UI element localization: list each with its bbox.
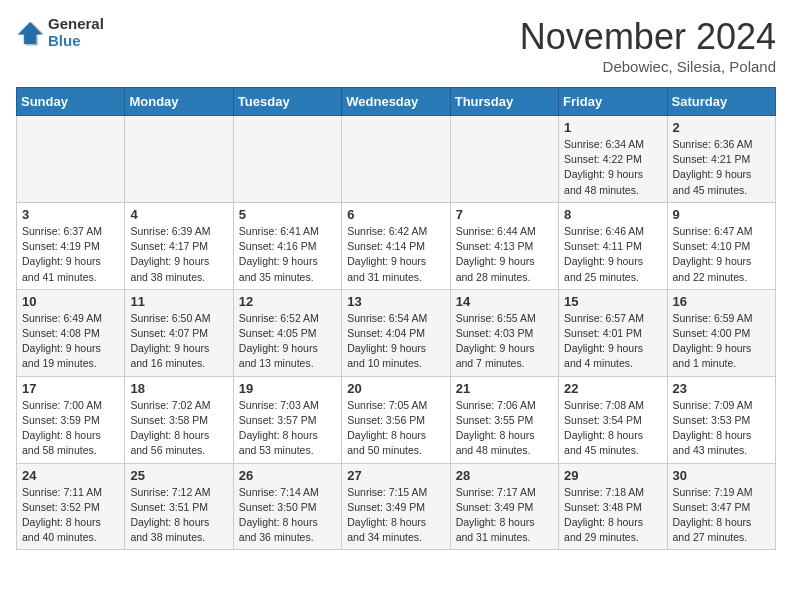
day-header-saturday: Saturday xyxy=(667,88,775,116)
calendar-day-cell xyxy=(125,116,233,203)
calendar-day-cell: 16Sunrise: 6:59 AM Sunset: 4:00 PM Dayli… xyxy=(667,289,775,376)
calendar-header-row: SundayMondayTuesdayWednesdayThursdayFrid… xyxy=(17,88,776,116)
calendar-day-cell: 6Sunrise: 6:42 AM Sunset: 4:14 PM Daylig… xyxy=(342,202,450,289)
day-info: Sunrise: 7:19 AM Sunset: 3:47 PM Dayligh… xyxy=(673,485,770,546)
day-number: 16 xyxy=(673,294,770,309)
calendar-week-row: 17Sunrise: 7:00 AM Sunset: 3:59 PM Dayli… xyxy=(17,376,776,463)
calendar-day-cell: 4Sunrise: 6:39 AM Sunset: 4:17 PM Daylig… xyxy=(125,202,233,289)
calendar-day-cell xyxy=(233,116,341,203)
day-number: 14 xyxy=(456,294,553,309)
day-info: Sunrise: 6:49 AM Sunset: 4:08 PM Dayligh… xyxy=(22,311,119,372)
day-info: Sunrise: 6:50 AM Sunset: 4:07 PM Dayligh… xyxy=(130,311,227,372)
calendar-day-cell: 5Sunrise: 6:41 AM Sunset: 4:16 PM Daylig… xyxy=(233,202,341,289)
calendar-day-cell xyxy=(342,116,450,203)
day-number: 28 xyxy=(456,468,553,483)
calendar-day-cell: 19Sunrise: 7:03 AM Sunset: 3:57 PM Dayli… xyxy=(233,376,341,463)
day-header-tuesday: Tuesday xyxy=(233,88,341,116)
day-number: 20 xyxy=(347,381,444,396)
day-number: 24 xyxy=(22,468,119,483)
day-number: 3 xyxy=(22,207,119,222)
day-header-friday: Friday xyxy=(559,88,667,116)
title-block: November 2024 Debowiec, Silesia, Poland xyxy=(520,16,776,75)
location: Debowiec, Silesia, Poland xyxy=(520,58,776,75)
calendar-day-cell xyxy=(450,116,558,203)
day-info: Sunrise: 6:47 AM Sunset: 4:10 PM Dayligh… xyxy=(673,224,770,285)
day-number: 29 xyxy=(564,468,661,483)
day-info: Sunrise: 6:42 AM Sunset: 4:14 PM Dayligh… xyxy=(347,224,444,285)
calendar-table: SundayMondayTuesdayWednesdayThursdayFrid… xyxy=(16,87,776,550)
month-title: November 2024 xyxy=(520,16,776,58)
day-number: 27 xyxy=(347,468,444,483)
day-info: Sunrise: 7:03 AM Sunset: 3:57 PM Dayligh… xyxy=(239,398,336,459)
calendar-day-cell: 11Sunrise: 6:50 AM Sunset: 4:07 PM Dayli… xyxy=(125,289,233,376)
calendar-day-cell: 1Sunrise: 6:34 AM Sunset: 4:22 PM Daylig… xyxy=(559,116,667,203)
calendar-day-cell: 10Sunrise: 6:49 AM Sunset: 4:08 PM Dayli… xyxy=(17,289,125,376)
day-header-wednesday: Wednesday xyxy=(342,88,450,116)
calendar-day-cell: 30Sunrise: 7:19 AM Sunset: 3:47 PM Dayli… xyxy=(667,463,775,550)
day-info: Sunrise: 7:08 AM Sunset: 3:54 PM Dayligh… xyxy=(564,398,661,459)
calendar-day-cell: 22Sunrise: 7:08 AM Sunset: 3:54 PM Dayli… xyxy=(559,376,667,463)
logo-blue: Blue xyxy=(48,33,104,50)
day-info: Sunrise: 6:34 AM Sunset: 4:22 PM Dayligh… xyxy=(564,137,661,198)
day-number: 1 xyxy=(564,120,661,135)
day-info: Sunrise: 7:09 AM Sunset: 3:53 PM Dayligh… xyxy=(673,398,770,459)
calendar-day-cell: 26Sunrise: 7:14 AM Sunset: 3:50 PM Dayli… xyxy=(233,463,341,550)
day-info: Sunrise: 7:15 AM Sunset: 3:49 PM Dayligh… xyxy=(347,485,444,546)
logo-general: General xyxy=(48,16,104,33)
day-info: Sunrise: 7:11 AM Sunset: 3:52 PM Dayligh… xyxy=(22,485,119,546)
day-number: 4 xyxy=(130,207,227,222)
day-header-thursday: Thursday xyxy=(450,88,558,116)
calendar-day-cell: 28Sunrise: 7:17 AM Sunset: 3:49 PM Dayli… xyxy=(450,463,558,550)
day-info: Sunrise: 7:05 AM Sunset: 3:56 PM Dayligh… xyxy=(347,398,444,459)
day-number: 6 xyxy=(347,207,444,222)
calendar-day-cell: 12Sunrise: 6:52 AM Sunset: 4:05 PM Dayli… xyxy=(233,289,341,376)
calendar-day-cell: 15Sunrise: 6:57 AM Sunset: 4:01 PM Dayli… xyxy=(559,289,667,376)
calendar-day-cell: 24Sunrise: 7:11 AM Sunset: 3:52 PM Dayli… xyxy=(17,463,125,550)
calendar-day-cell: 8Sunrise: 6:46 AM Sunset: 4:11 PM Daylig… xyxy=(559,202,667,289)
calendar-day-cell xyxy=(17,116,125,203)
day-number: 18 xyxy=(130,381,227,396)
calendar-day-cell: 13Sunrise: 6:54 AM Sunset: 4:04 PM Dayli… xyxy=(342,289,450,376)
logo-icon xyxy=(16,19,44,47)
day-info: Sunrise: 6:37 AM Sunset: 4:19 PM Dayligh… xyxy=(22,224,119,285)
day-info: Sunrise: 6:36 AM Sunset: 4:21 PM Dayligh… xyxy=(673,137,770,198)
calendar-week-row: 3Sunrise: 6:37 AM Sunset: 4:19 PM Daylig… xyxy=(17,202,776,289)
calendar-week-row: 1Sunrise: 6:34 AM Sunset: 4:22 PM Daylig… xyxy=(17,116,776,203)
day-number: 30 xyxy=(673,468,770,483)
calendar-day-cell: 29Sunrise: 7:18 AM Sunset: 3:48 PM Dayli… xyxy=(559,463,667,550)
day-info: Sunrise: 6:55 AM Sunset: 4:03 PM Dayligh… xyxy=(456,311,553,372)
day-number: 12 xyxy=(239,294,336,309)
day-header-sunday: Sunday xyxy=(17,88,125,116)
day-number: 13 xyxy=(347,294,444,309)
day-info: Sunrise: 7:02 AM Sunset: 3:58 PM Dayligh… xyxy=(130,398,227,459)
day-info: Sunrise: 7:00 AM Sunset: 3:59 PM Dayligh… xyxy=(22,398,119,459)
svg-marker-1 xyxy=(19,22,44,45)
calendar-day-cell: 23Sunrise: 7:09 AM Sunset: 3:53 PM Dayli… xyxy=(667,376,775,463)
day-number: 21 xyxy=(456,381,553,396)
logo: General Blue xyxy=(16,16,104,49)
calendar-day-cell: 20Sunrise: 7:05 AM Sunset: 3:56 PM Dayli… xyxy=(342,376,450,463)
day-info: Sunrise: 6:57 AM Sunset: 4:01 PM Dayligh… xyxy=(564,311,661,372)
day-header-monday: Monday xyxy=(125,88,233,116)
calendar-day-cell: 18Sunrise: 7:02 AM Sunset: 3:58 PM Dayli… xyxy=(125,376,233,463)
day-number: 15 xyxy=(564,294,661,309)
day-number: 9 xyxy=(673,207,770,222)
day-info: Sunrise: 6:46 AM Sunset: 4:11 PM Dayligh… xyxy=(564,224,661,285)
day-number: 22 xyxy=(564,381,661,396)
day-number: 26 xyxy=(239,468,336,483)
day-number: 19 xyxy=(239,381,336,396)
day-number: 5 xyxy=(239,207,336,222)
day-info: Sunrise: 7:17 AM Sunset: 3:49 PM Dayligh… xyxy=(456,485,553,546)
day-info: Sunrise: 6:59 AM Sunset: 4:00 PM Dayligh… xyxy=(673,311,770,372)
day-number: 17 xyxy=(22,381,119,396)
day-number: 25 xyxy=(130,468,227,483)
calendar-day-cell: 25Sunrise: 7:12 AM Sunset: 3:51 PM Dayli… xyxy=(125,463,233,550)
calendar-day-cell: 17Sunrise: 7:00 AM Sunset: 3:59 PM Dayli… xyxy=(17,376,125,463)
day-info: Sunrise: 6:39 AM Sunset: 4:17 PM Dayligh… xyxy=(130,224,227,285)
logo-text: General Blue xyxy=(48,16,104,49)
day-number: 7 xyxy=(456,207,553,222)
day-info: Sunrise: 6:41 AM Sunset: 4:16 PM Dayligh… xyxy=(239,224,336,285)
day-info: Sunrise: 7:14 AM Sunset: 3:50 PM Dayligh… xyxy=(239,485,336,546)
day-info: Sunrise: 7:12 AM Sunset: 3:51 PM Dayligh… xyxy=(130,485,227,546)
day-number: 23 xyxy=(673,381,770,396)
